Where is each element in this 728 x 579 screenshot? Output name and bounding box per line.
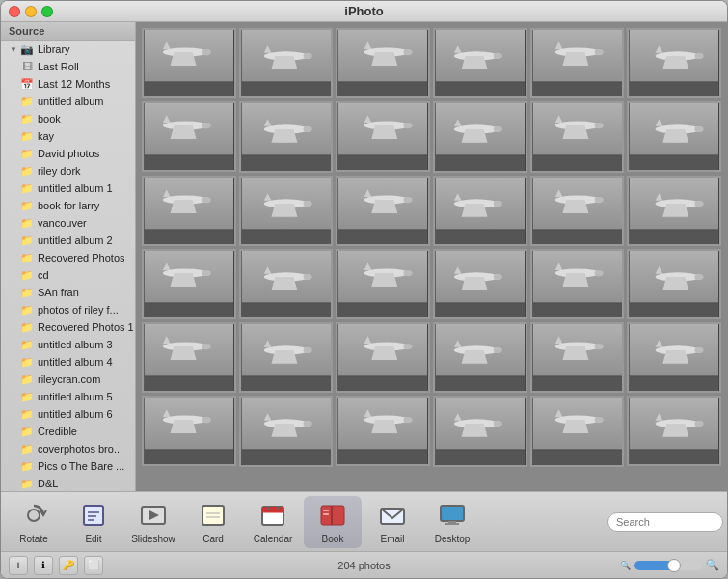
photo-thumb[interactable] — [336, 176, 430, 246]
svg-rect-78 — [630, 155, 718, 170]
svg-rect-218 — [241, 450, 330, 464]
photo-thumb[interactable] — [433, 101, 527, 172]
email-button[interactable]: Email — [364, 496, 421, 548]
sidebar-item-credible[interactable]: 📁 Credible — [1, 423, 135, 440]
photo-thumb[interactable] — [433, 396, 527, 466]
photo-thumb[interactable] — [433, 176, 527, 246]
rotate-button[interactable]: Rotate — [5, 496, 63, 548]
sidebar-label-recovered1: Recovered Photos 1 — [38, 321, 134, 333]
close-button[interactable] — [9, 6, 20, 17]
email-label: Email — [380, 534, 404, 544]
svg-point-174 — [202, 344, 211, 349]
sidebar-item-last-roll[interactable]: 🎞 Last Roll — [1, 58, 135, 75]
photo-thumb[interactable] — [239, 28, 334, 98]
photo-thumb[interactable] — [433, 322, 527, 393]
photo-thumb[interactable] — [336, 28, 430, 98]
photo-thumb[interactable] — [530, 249, 625, 319]
svg-marker-60 — [372, 125, 398, 139]
sidebar-item-book[interactable]: 📁 book — [1, 110, 135, 127]
photo-thumb[interactable] — [530, 101, 625, 172]
card-button[interactable]: Card — [184, 496, 242, 548]
photo-thumb[interactable] — [433, 28, 527, 98]
sidebar-item-untitled2[interactable]: 📁 untitled album 2 — [1, 232, 135, 249]
sidebar-item-rileycran[interactable]: 📁 rileycran.com — [1, 371, 135, 388]
photo-thumb[interactable] — [142, 249, 236, 319]
desktop-button[interactable]: Desktop — [423, 496, 481, 548]
photo-thumb[interactable] — [336, 396, 430, 466]
photo-thumb[interactable] — [336, 322, 430, 393]
photo-thumb[interactable] — [142, 176, 236, 246]
photo-thumb[interactable] — [336, 249, 430, 319]
edit-label: Edit — [85, 534, 101, 544]
size-slider[interactable] — [634, 561, 702, 570]
svg-marker-39 — [663, 56, 689, 69]
card-icon — [198, 500, 229, 531]
photo-thumb[interactable] — [239, 249, 334, 319]
info-button[interactable]: ℹ — [34, 556, 53, 575]
photo-thumb[interactable] — [530, 176, 625, 246]
svg-point-83 — [695, 126, 704, 132]
photo-thumb[interactable] — [239, 322, 334, 393]
calendar-button[interactable]: Calendar — [244, 496, 302, 548]
photo-thumb[interactable] — [336, 101, 430, 172]
svg-marker-137 — [271, 277, 297, 290]
photo-thumb[interactable] — [530, 322, 625, 393]
add-button[interactable]: + — [9, 556, 28, 575]
sidebar-item-pics-bare[interactable]: 📁 Pics o The Bare ... — [1, 457, 135, 475]
photo-thumb[interactable] — [627, 176, 721, 246]
sidebar-scroll[interactable]: ▼ 📷 Library 🎞 Last Roll 📅 Last 12 Months… — [1, 41, 135, 491]
photo-thumb[interactable] — [627, 249, 721, 319]
photo-thumb[interactable] — [239, 396, 334, 466]
sidebar-item-untitled5[interactable]: 📁 untitled album 5 — [1, 388, 135, 405]
sidebar-item-untitled3[interactable]: 📁 untitled album 3 — [1, 336, 135, 353]
sidebar-item-sanfran[interactable]: 📁 SAn fran — [1, 284, 135, 301]
search-input[interactable] — [607, 512, 723, 532]
sidebar-item-cd[interactable]: 📁 cd — [1, 266, 135, 284]
photo-thumb[interactable] — [627, 28, 721, 98]
sidebar-item-untitled6[interactable]: 📁 untitled album 6 — [1, 405, 135, 423]
photo-area[interactable] — [136, 22, 727, 491]
sidebar-item-photos-riley[interactable]: 📁 photos of riley f... — [1, 301, 135, 318]
photo-thumb[interactable] — [627, 396, 721, 466]
sidebar-item-dl[interactable]: 📁 D&L — [1, 475, 135, 491]
svg-rect-85 — [145, 229, 233, 243]
sidebar-item-untitled1[interactable]: 📁 untitled album 1 — [1, 179, 135, 197]
sidebar-item-kay[interactable]: 📁 kay — [1, 127, 135, 145]
album-icon-recovered: 📁 — [20, 251, 34, 264]
svg-rect-211 — [145, 450, 233, 464]
sidebar-item-recovered[interactable]: 📁 Recovered Photos — [1, 249, 135, 266]
svg-point-48 — [202, 123, 211, 128]
sidebar-item-riley-dork[interactable]: 📁 riley dork — [1, 162, 135, 179]
key-button[interactable]: 🔑 — [59, 556, 78, 575]
photo-thumb[interactable] — [433, 249, 527, 319]
photo-thumb[interactable] — [142, 28, 236, 98]
maximize-button[interactable] — [41, 6, 53, 17]
sidebar-item-untitled0[interactable]: 📁 untitled album — [1, 93, 135, 110]
photo-thumb[interactable] — [530, 396, 625, 466]
photo-thumb[interactable] — [530, 28, 625, 98]
photo-thumb[interactable] — [627, 322, 721, 393]
svg-rect-134 — [241, 303, 330, 317]
sidebar-item-untitled4[interactable]: 📁 untitled album 4 — [1, 353, 135, 371]
sidebar-item-david[interactable]: 📁 David photos — [1, 145, 135, 162]
sidebar-item-coverphotos[interactable]: 📁 coverphotos bro... — [1, 440, 135, 457]
frame-button[interactable]: ⬜ — [84, 556, 103, 575]
minimize-button[interactable] — [25, 6, 37, 17]
photo-thumb[interactable] — [142, 101, 236, 172]
sidebar-item-last12[interactable]: 📅 Last 12 Months — [1, 75, 135, 93]
photo-thumb[interactable] — [239, 101, 334, 172]
svg-marker-32 — [562, 52, 588, 66]
album-icon-david: 📁 — [20, 147, 34, 160]
book-button[interactable]: Book — [304, 496, 362, 548]
slideshow-button[interactable]: Slideshow — [124, 496, 182, 548]
sidebar-item-vancouver[interactable]: 📁 vancouver — [1, 214, 135, 232]
sidebar-item-book-larry[interactable]: 📁 book for larry — [1, 197, 135, 214]
svg-rect-183 — [338, 376, 427, 391]
photo-thumb[interactable] — [142, 396, 236, 466]
edit-button[interactable]: Edit — [65, 496, 122, 548]
photo-thumb[interactable] — [142, 322, 236, 393]
sidebar-item-library[interactable]: ▼ 📷 Library — [1, 41, 135, 58]
photo-thumb[interactable] — [627, 101, 721, 172]
sidebar-item-recovered1[interactable]: 📁 Recovered Photos 1 — [1, 318, 135, 336]
photo-thumb[interactable] — [239, 176, 334, 246]
